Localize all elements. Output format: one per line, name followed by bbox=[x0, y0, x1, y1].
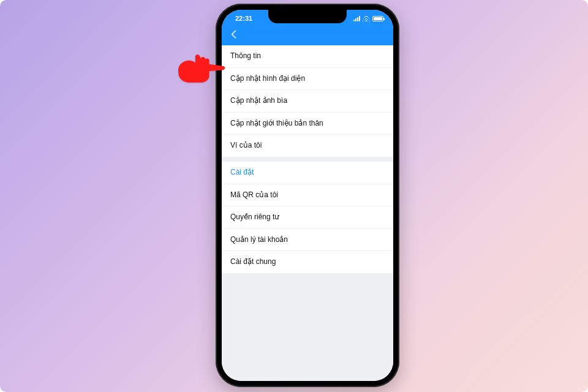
menu-item-label: Cập nhật giới thiệu bản thân bbox=[230, 119, 323, 127]
signal-icon bbox=[353, 16, 360, 21]
menu-item-info[interactable]: Thông tin bbox=[222, 45, 393, 68]
menu-item-my-qr[interactable]: Mã QR của tôi bbox=[222, 184, 393, 207]
menu-item-label: Quyền riêng tư bbox=[230, 213, 279, 221]
menu-item-label: Cập nhật ảnh bìa bbox=[230, 96, 287, 105]
menu-item-my-wallet[interactable]: Ví của tôi bbox=[222, 135, 393, 157]
section-title-label: Cài đặt bbox=[230, 168, 254, 176]
menu-item-update-intro[interactable]: Cập nhật giới thiệu bản thân bbox=[222, 113, 393, 135]
menu-item-account-management[interactable]: Quản lý tài khoản bbox=[222, 229, 393, 252]
phone-notch bbox=[268, 10, 347, 23]
phone-frame: 22:31 Thông tin Cập nhật hình đại diện C… bbox=[216, 4, 399, 387]
menu-item-label: Quản lý tài khoản bbox=[230, 235, 288, 244]
pointing-hand-icon bbox=[175, 53, 225, 85]
menu-item-general-settings[interactable]: Cài đặt chung bbox=[222, 251, 393, 273]
menu-item-label: Thông tin bbox=[230, 51, 261, 60]
menu-item-label: Cài đặt chung bbox=[230, 257, 276, 266]
empty-area bbox=[222, 273, 393, 381]
menu-item-privacy[interactable]: Quyền riêng tư bbox=[222, 206, 393, 229]
phone-screen: 22:31 Thông tin Cập nhật hình đại diện C… bbox=[222, 10, 393, 381]
battery-icon bbox=[372, 16, 383, 21]
back-button[interactable] bbox=[228, 28, 240, 40]
background: 22:31 Thông tin Cập nhật hình đại diện C… bbox=[0, 0, 588, 392]
menu-item-label: Cập nhật hình đại diện bbox=[230, 74, 305, 83]
wifi-icon bbox=[363, 16, 370, 21]
menu-item-update-avatar[interactable]: Cập nhật hình đại diện bbox=[222, 68, 393, 91]
menu-list-2: Cài đặt Mã QR của tôi Quyền riêng tư Quả… bbox=[222, 162, 393, 273]
menu-list-1: Thông tin Cập nhật hình đại diện Cập nhậ… bbox=[222, 45, 393, 157]
status-time: 22:31 bbox=[235, 15, 252, 22]
menu-item-label: Ví của tôi bbox=[230, 141, 262, 149]
menu-item-update-cover[interactable]: Cập nhật ảnh bìa bbox=[222, 90, 393, 113]
menu-item-label: Mã QR của tôi bbox=[230, 190, 278, 199]
section-divider bbox=[222, 157, 393, 162]
section-title-settings: Cài đặt bbox=[222, 162, 393, 184]
status-indicators bbox=[353, 16, 383, 21]
